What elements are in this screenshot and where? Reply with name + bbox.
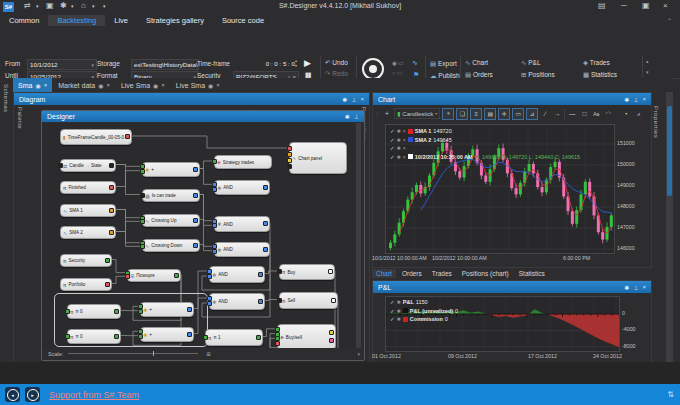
node-port[interactable]: [193, 243, 198, 248]
zoom-fit-icon[interactable]: ⊞: [206, 351, 211, 357]
node-port[interactable]: [277, 269, 282, 274]
node-port[interactable]: [331, 298, 336, 303]
tab-close-icon[interactable]: ×: [44, 82, 48, 88]
toolbar-grip[interactable]: ⋮: [374, 110, 380, 117]
gear-icon[interactable]: ✱: [397, 145, 401, 151]
doc-tab-sma[interactable]: Sma◉×: [13, 78, 52, 92]
node-port[interactable]: [329, 330, 334, 335]
diagram-node-sell[interactable]: πSell: [279, 292, 338, 309]
node-port[interactable]: [109, 230, 114, 235]
schemas-tab[interactable]: Schemas: [3, 84, 9, 113]
ellipse-tool-icon[interactable]: ◠: [603, 109, 613, 119]
designer-canvas[interactable]: ▮TimeFrameCandle_00-05-0 0⇄Candle → Stat…: [42, 123, 362, 348]
diagram-node-fin[interactable]: πFinished: [60, 181, 116, 194]
close-icon[interactable]: ×: [642, 284, 646, 291]
node-port[interactable]: [212, 223, 217, 228]
ribbon-tab-source-code[interactable]: Source code: [213, 15, 273, 26]
pin-icon[interactable]: ⊥: [354, 113, 359, 120]
pin-icon[interactable]: ⊥: [633, 96, 638, 103]
chart-type-select[interactable]: ▮ Candlestick▾: [394, 108, 440, 119]
diagram-node-tfc[interactable]: ▮TimeFrameCandle_00-05-0 0: [60, 129, 132, 145]
node-port[interactable]: [212, 159, 217, 164]
close-icon[interactable]: ×: [403, 137, 406, 143]
diagram-panel-header[interactable]: Diagram ✱⊥×: [14, 93, 369, 105]
ribbon-scroll-down-icon[interactable]: ▾: [646, 69, 649, 75]
node-port[interactable]: [203, 335, 208, 340]
canvas-vertical-scrollbar[interactable]: [356, 123, 361, 348]
arrow-tool-icon[interactable]: →: [552, 109, 562, 119]
pin-icon[interactable]: ⊥: [351, 96, 356, 103]
toolbar-overflow-icon[interactable]: ▾: [621, 109, 631, 119]
diagram-node-conv[interactable]: ✱+: [142, 162, 200, 177]
hline-tool-icon[interactable]: —: [567, 109, 577, 119]
pnl-legend-row[interactable]: ✓✱P&L1150: [390, 299, 428, 305]
close-icon[interactable]: ×: [403, 154, 406, 160]
close-icon[interactable]: ×: [403, 128, 406, 134]
node-port[interactable]: [174, 273, 179, 278]
doc-tool-icon[interactable]: ▤: [484, 108, 496, 120]
redo-button[interactable]: ↷ Redo: [325, 70, 348, 78]
bottom-tab-chart[interactable]: Chart: [372, 269, 396, 278]
ribbon-tab-strategies-gallery[interactable]: Strategies gallery: [137, 15, 213, 26]
node-port[interactable]: [287, 164, 292, 169]
node-port[interactable]: [263, 247, 268, 252]
rect-tool-icon[interactable]: □: [579, 109, 589, 119]
component-button-p-l[interactable]: ∿ P&L: [521, 59, 583, 67]
node-port[interactable]: [109, 185, 114, 190]
text-tool-icon[interactable]: Aa: [591, 109, 601, 119]
tab-status-icon[interactable]: ◉: [35, 82, 40, 89]
node-port[interactable]: [193, 218, 198, 223]
node-port[interactable]: [207, 301, 212, 306]
nav-back-button[interactable]: ◂: [5, 387, 20, 402]
node-port[interactable]: [193, 167, 198, 172]
move-tool-icon[interactable]: ✛: [498, 108, 510, 120]
ribbon-tab-live[interactable]: Live: [105, 15, 137, 26]
diagram-node-buy[interactable]: πBuy: [279, 264, 335, 280]
pnl-legend-row[interactable]: ✓✱P&L (unrealized)0: [390, 308, 458, 314]
node-port[interactable]: [287, 158, 292, 163]
visibility-check-icon[interactable]: ✓: [390, 154, 395, 160]
diagram-node-ict[interactable]: ▦Is can trade: [142, 189, 200, 202]
palette-tab[interactable]: Palette: [17, 107, 23, 129]
from-field[interactable]: 10/1/2012▾: [27, 59, 97, 70]
pnl-panel-header[interactable]: P&L ✱⊥×: [373, 281, 651, 293]
gear-icon[interactable]: ✱: [397, 316, 401, 322]
diagram-node-cma[interactable]: ✱+: [140, 302, 194, 317]
bottom-tab-orders[interactable]: Orders: [398, 269, 426, 278]
restore-button[interactable]: ▣: [642, 1, 650, 10]
diagram-node-bs[interactable]: ◈Buy/sell: [277, 324, 336, 348]
ribbon-scroll-up-icon[interactable]: ▴: [646, 58, 649, 64]
diagram-node-st[interactable]: ◈Strategy trades: [214, 155, 272, 169]
designer-window-header[interactable]: Designer ✱⊥: [42, 111, 364, 122]
node-port[interactable]: [138, 334, 143, 339]
chart-panel-header[interactable]: Chart ✱⊥×: [373, 93, 651, 105]
diagram-node-p0b[interactable]: ππ 0: [67, 329, 121, 344]
chart-legend-row[interactable]: ✓✱×SMA 2149645: [390, 137, 452, 143]
comment-tool-icon[interactable]: ▭: [512, 108, 524, 120]
node-port[interactable]: [105, 282, 110, 287]
bottom-tab-statistics[interactable]: Statistics: [515, 269, 549, 278]
export-button[interactable]: ▤ Export: [430, 60, 457, 68]
play-icon[interactable]: ▶: [304, 58, 311, 68]
diagram-node-cs[interactable]: ⇄Candle → State: [60, 159, 116, 172]
ribbon-tab-common[interactable]: Common: [0, 15, 48, 26]
diagram-node-pos[interactable]: ⊞Позиция: [127, 269, 181, 282]
gear-icon[interactable]: ✱: [624, 284, 629, 291]
doc-tab-market-data[interactable]: Market data◉×: [53, 78, 115, 92]
diagram-node-p1[interactable]: ππ 1: [205, 329, 263, 346]
chart-legend-row[interactable]: ✓✱×SMA 1149720: [390, 128, 452, 134]
component-button-chart[interactable]: ∿ Chart: [465, 59, 521, 67]
node-port[interactable]: [125, 134, 130, 139]
node-port[interactable]: [105, 258, 110, 263]
tab-status-icon[interactable]: ◉: [153, 82, 158, 89]
diagram-node-a3[interactable]: ✱AND: [214, 242, 270, 257]
debug-chart-icon[interactable]: ∿: [412, 59, 418, 67]
node-port[interactable]: [258, 272, 263, 277]
node-port[interactable]: [212, 249, 217, 254]
node-port[interactable]: [263, 185, 268, 190]
line-tool-icon[interactable]: ∕: [540, 109, 550, 119]
ribbon-collapse-icon[interactable]: ⌃: [667, 17, 672, 24]
tab-close-icon[interactable]: ×: [216, 82, 220, 88]
node-port[interactable]: [258, 299, 263, 304]
add-indicator-button[interactable]: +: [382, 109, 392, 119]
